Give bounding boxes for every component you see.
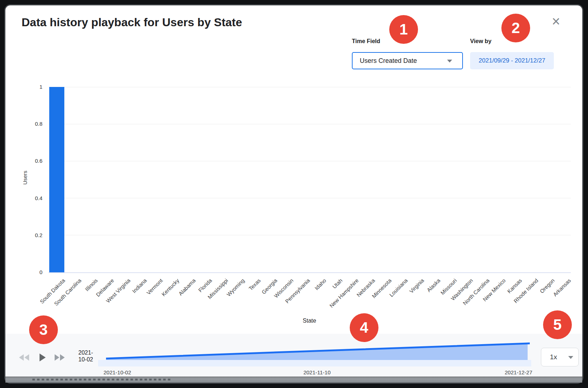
timeline-date-mid: 2021-11-10 [303,369,331,375]
playback-speed-select[interactable]: 1x [541,348,579,366]
playback-timeline-scrubber[interactable] [98,338,531,368]
fast-forward-icon [60,354,65,361]
x-axis-label: Idaho [313,277,327,291]
annotation-badge-2: 2 [501,14,530,42]
play-icon [40,354,46,361]
speed-value: 1x [550,348,557,366]
y-axis-tick-label: 1 [24,84,42,90]
x-axis-label: Alaska [426,277,441,293]
current-date-line: 2021- [78,349,93,356]
x-axis-label: Illinois [84,277,98,292]
fast-forward-icon [55,354,59,361]
annotation-badge-1: 1 [389,15,418,44]
y-axis-tick-label: 0.6 [24,158,42,164]
x-axis-label: Florida [197,277,213,293]
x-axis-label: Wyoming [225,277,245,297]
timeline-base-strip [98,360,531,366]
rewind-icon [19,354,24,361]
fast-forward-button[interactable] [55,354,65,361]
rewind-button[interactable] [19,354,30,361]
y-axis-title: Users [22,162,28,194]
x-axis-label: Kentucky [160,277,180,297]
x-axis-label: Alabama [177,277,197,297]
annotation-badge-4: 4 [350,313,378,342]
rewind-icon [24,354,29,361]
y-axis-tick-label: 0.2 [24,232,42,238]
y-axis-tick-label: 0 [24,269,42,275]
x-axis-title: State [303,318,316,324]
current-date-line: 10-02 [78,356,93,363]
timeline-date-end: 2021-12-27 [505,369,532,375]
gridline [49,198,571,198]
screenshot-root: Data history playback for Users by State… [0,0,588,388]
x-axis-label: Virginia [408,277,425,294]
chart-bar-south-dakota[interactable] [49,87,64,272]
speed-caret-icon [568,356,573,359]
timeline-date-start: 2021-10-02 [104,369,131,375]
background-page-strip [5,377,582,383]
current-playback-date: 2021- 10-02 [78,349,93,363]
annotation-badge-3: 3 [29,315,58,344]
y-axis-tick-label: 0.8 [24,121,42,127]
x-axis-label: Texas [248,277,262,292]
annotation-badge-5: 5 [543,310,572,339]
play-button[interactable] [40,354,46,361]
bar-chart: Users State 00.20.40.60.81South DakotaSo… [0,0,588,388]
x-axis-label: Utah [331,277,343,290]
gridline [49,124,571,124]
background-remnant-marks [32,379,173,380]
gridline [49,161,571,161]
x-axis-label: Arkansas [552,277,572,297]
x-axis-baseline [49,272,571,273]
gridline [49,235,571,235]
gridline [49,87,571,87]
x-axis-label: New Hampshire [329,277,360,309]
y-axis-tick-label: 0.4 [24,195,42,201]
